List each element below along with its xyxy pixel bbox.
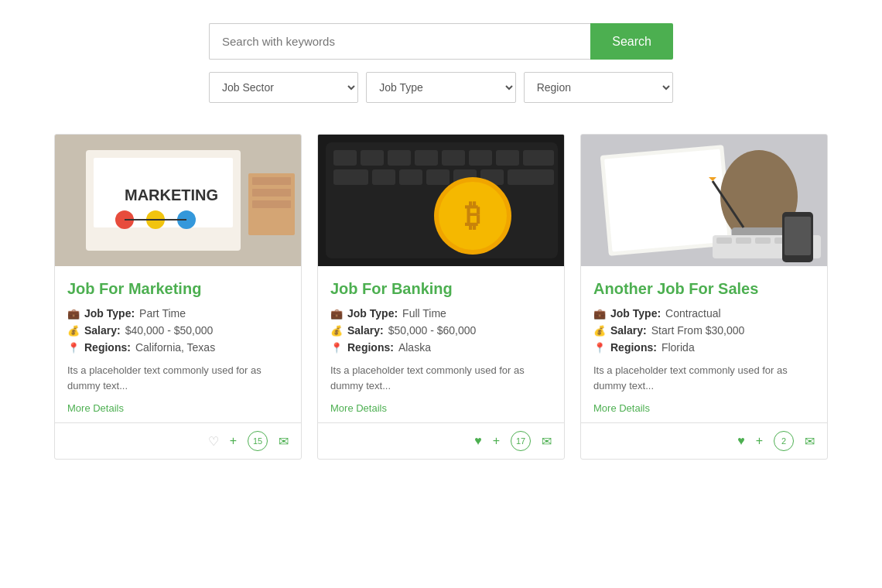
mail-icon-banking[interactable]: ✉ — [542, 434, 552, 449]
card-meta-salary-marketing: 💰 Salary: $40,000 - $50,000 — [67, 324, 289, 337]
mail-icon-sales[interactable]: ✉ — [805, 434, 815, 449]
svg-rect-20 — [469, 150, 492, 166]
plus-icon-marketing[interactable]: + — [230, 434, 237, 448]
card-meta-region-marketing: 📍 Regions: California, Texas — [67, 341, 289, 354]
card-footer-sales: ♥ + 2 ✉ — [581, 422, 827, 459]
job-type-value-banking: Full Time — [402, 307, 446, 320]
more-details-marketing[interactable]: More Details — [67, 402, 124, 414]
card-description-marketing: Its a placeholder text commonly used for… — [67, 363, 289, 393]
card-description-banking: Its a placeholder text commonly used for… — [330, 363, 552, 393]
cards-section: MARKETING Job For Marketing 💼 Job Type: … — [0, 118, 882, 491]
job-sector-select[interactable]: Job Sector Technology Finance Marketing … — [209, 72, 358, 103]
job-type-value-sales: Contractual — [665, 307, 721, 320]
svg-rect-26 — [426, 169, 450, 185]
svg-rect-16 — [361, 150, 384, 166]
money-icon-sales: 💰 — [593, 325, 606, 337]
job-type-label-marketing: Job Type: — [84, 307, 135, 320]
card-footer-banking: ♥ + 17 ✉ — [318, 422, 564, 459]
location-icon: 📍 — [67, 342, 80, 354]
location-icon-sales: 📍 — [593, 342, 606, 354]
location-icon-banking: 📍 — [330, 342, 343, 354]
svg-text:MARKETING: MARKETING — [125, 186, 218, 203]
plus-icon-sales[interactable]: + — [756, 434, 763, 448]
svg-rect-15 — [333, 150, 357, 166]
svg-rect-12 — [252, 200, 291, 208]
job-type-select[interactable]: Job Type Full Time Part Time Contractual… — [366, 72, 515, 103]
card-body-marketing: Job For Marketing 💼 Job Type: Part Time … — [55, 266, 301, 422]
search-row: Search — [209, 23, 673, 60]
salary-value-marketing: $40,000 - $50,000 — [125, 324, 214, 337]
svg-rect-19 — [442, 150, 465, 166]
job-type-label-sales: Job Type: — [610, 307, 661, 320]
card-title-marketing: Job For Marketing — [67, 280, 289, 298]
svg-rect-21 — [496, 150, 519, 166]
svg-rect-25 — [399, 169, 422, 185]
count-badge-sales: 2 — [774, 431, 794, 451]
card-title-sales: Another Job For Sales — [593, 280, 815, 298]
regions-label-banking: Regions: — [347, 341, 394, 354]
svg-rect-40 — [736, 238, 751, 244]
salary-label-marketing: Salary: — [84, 324, 121, 337]
card-meta-type-sales: 💼 Job Type: Contractual — [593, 307, 815, 320]
search-section: Search Job Sector Technology Finance Mar… — [0, 0, 882, 118]
card-meta-region-banking: 📍 Regions: Alaska — [330, 341, 552, 354]
count-badge-banking: 17 — [511, 431, 531, 451]
job-card-sales: Another Job For Sales 💼 Job Type: Contra… — [580, 134, 828, 460]
plus-icon-banking[interactable]: + — [493, 434, 500, 448]
briefcase-icon-sales: 💼 — [593, 308, 606, 320]
money-icon-banking: 💰 — [330, 325, 343, 337]
svg-rect-24 — [372, 169, 395, 185]
card-image-marketing: MARKETING — [55, 135, 301, 266]
card-meta-region-sales: 📍 Regions: Florida — [593, 341, 815, 354]
more-details-sales[interactable]: More Details — [593, 402, 650, 414]
more-details-banking[interactable]: More Details — [330, 402, 387, 414]
svg-text:₿: ₿ — [465, 198, 480, 232]
svg-rect-39 — [716, 238, 732, 244]
salary-label-sales: Salary: — [610, 324, 647, 337]
svg-rect-41 — [755, 238, 771, 244]
job-card-marketing: MARKETING Job For Marketing 💼 Job Type: … — [54, 134, 302, 460]
card-body-banking: Job For Banking 💼 Job Type: Full Time 💰 … — [318, 266, 564, 422]
heart-icon-marketing[interactable]: ♡ — [208, 434, 219, 449]
card-meta-type-marketing: 💼 Job Type: Part Time — [67, 307, 289, 320]
search-input[interactable] — [209, 23, 590, 60]
regions-value-banking: Alaska — [398, 341, 431, 354]
card-body-sales: Another Job For Sales 💼 Job Type: Contra… — [581, 266, 827, 422]
heart-icon-banking[interactable]: ♥ — [474, 434, 482, 448]
regions-label-marketing: Regions: — [84, 341, 131, 354]
job-card-banking: ₿ Job For Banking 💼 Job Type: Full Time … — [317, 134, 565, 460]
svg-rect-29 — [508, 169, 554, 185]
regions-value-marketing: California, Texas — [135, 341, 215, 354]
salary-value-sales: Start From $30,000 — [651, 324, 745, 337]
briefcase-icon: 💼 — [67, 308, 80, 320]
salary-label-banking: Salary: — [347, 324, 384, 337]
heart-icon-sales[interactable]: ♥ — [737, 434, 745, 448]
svg-rect-23 — [333, 169, 368, 185]
svg-rect-45 — [785, 217, 811, 255]
card-footer-marketing: ♡ + 15 ✉ — [55, 422, 301, 459]
svg-rect-22 — [523, 150, 554, 166]
count-badge-marketing: 15 — [248, 431, 268, 451]
salary-value-banking: $50,000 - $60,000 — [388, 324, 477, 337]
svg-rect-10 — [252, 177, 291, 185]
card-image-sales — [581, 135, 827, 266]
filter-row: Job Sector Technology Finance Marketing … — [209, 72, 673, 103]
search-button[interactable]: Search — [590, 23, 673, 60]
region-select[interactable]: Region California Texas Alaska Florida — [524, 72, 673, 103]
regions-label-sales: Regions: — [610, 341, 657, 354]
briefcase-icon-banking: 💼 — [330, 308, 343, 320]
job-type-value-marketing: Part Time — [139, 307, 186, 320]
card-title-banking: Job For Banking — [330, 280, 552, 298]
regions-value-sales: Florida — [662, 341, 695, 354]
card-image-banking: ₿ — [318, 135, 564, 266]
job-type-label-banking: Job Type: — [347, 307, 398, 320]
card-meta-type-banking: 💼 Job Type: Full Time — [330, 307, 552, 320]
svg-rect-11 — [252, 189, 291, 197]
svg-rect-35 — [604, 149, 728, 252]
svg-rect-17 — [388, 150, 411, 166]
card-meta-salary-banking: 💰 Salary: $50,000 - $60,000 — [330, 324, 552, 337]
svg-rect-18 — [415, 150, 438, 166]
card-description-sales: Its a placeholder text commonly used for… — [593, 363, 815, 393]
mail-icon-marketing[interactable]: ✉ — [279, 434, 289, 449]
money-icon: 💰 — [67, 325, 80, 337]
